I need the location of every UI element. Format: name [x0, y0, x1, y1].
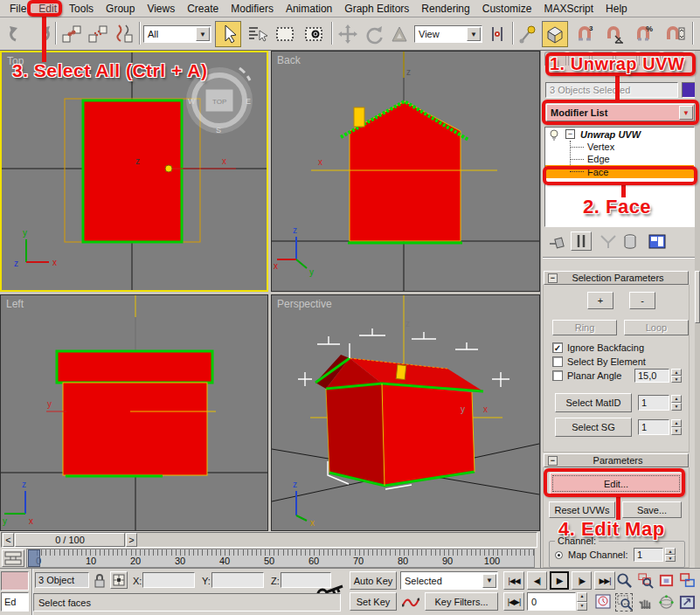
- snaps-toggle-button[interactable]: [542, 21, 568, 47]
- zoom-all-button[interactable]: [635, 570, 655, 591]
- menu-animation[interactable]: Animation: [280, 1, 338, 17]
- next-frame-button[interactable]: |▶: [572, 571, 592, 590]
- viewport-top[interactable]: Top z x TOP W E S: [0, 51, 268, 292]
- select-object-button[interactable]: [215, 21, 241, 47]
- menu-create[interactable]: Create: [181, 1, 225, 17]
- stack-row-unwrap[interactable]: − Unwrap UVW: [545, 128, 694, 141]
- menu-graph-editors[interactable]: Graph Editors: [338, 1, 415, 17]
- collapse-icon[interactable]: −: [565, 129, 575, 139]
- map-channel-radio[interactable]: [555, 551, 563, 559]
- menu-rendering[interactable]: Rendering: [415, 1, 475, 17]
- key-mode-dropdown[interactable]: Selected ▼: [400, 571, 498, 590]
- go-to-end-button[interactable]: ▶▶|: [594, 571, 615, 590]
- auto-key-button[interactable]: Auto Key: [350, 571, 397, 590]
- chevron-down-icon[interactable]: ▼: [196, 27, 210, 41]
- select-and-move-icon[interactable]: [336, 21, 360, 47]
- set-key-button[interactable]: Set Key: [350, 592, 397, 611]
- mini-listener-white[interactable]: Ed: [1, 592, 29, 612]
- region-zoom-button[interactable]: [614, 592, 634, 612]
- stack-modifier-name[interactable]: Unwrap UVW: [580, 129, 641, 140]
- stack-row-vertex[interactable]: Vertex: [545, 141, 694, 153]
- remove-modifier-icon[interactable]: [621, 233, 639, 251]
- select-and-rotate-icon[interactable]: [362, 21, 386, 47]
- menu-maxscript[interactable]: MAXScript: [537, 1, 600, 17]
- unlink-selection-icon[interactable]: [86, 21, 110, 47]
- prev-frame-arrow[interactable]: <: [3, 533, 14, 547]
- go-to-start-button[interactable]: |◀◀: [503, 571, 524, 590]
- key-mode-toggle-button[interactable]: |◀▶|: [503, 592, 524, 611]
- zoom-extents-all-button[interactable]: [677, 570, 697, 591]
- chevron-down-icon[interactable]: ▼: [467, 27, 481, 41]
- collapse-icon[interactable]: −: [548, 456, 558, 466]
- time-configuration-button[interactable]: [593, 592, 613, 611]
- select-sg-button[interactable]: Select SG: [555, 418, 632, 437]
- play-button[interactable]: ▶: [550, 571, 569, 590]
- track-bar-ruler[interactable]: 0 10 20 30 40 50 60 70 80 90 100: [26, 549, 535, 568]
- frame-spinner[interactable]: ▲▼: [577, 592, 587, 611]
- lightbulb-icon[interactable]: [548, 128, 560, 141]
- rollout-selection-parameters[interactable]: − Selection Parameters: [544, 271, 689, 285]
- show-end-result-button[interactable]: [571, 231, 592, 251]
- menu-views[interactable]: Views: [141, 1, 181, 17]
- matid-field[interactable]: 1: [638, 395, 669, 411]
- viewport-left-label[interactable]: Left: [6, 298, 24, 310]
- ignore-backfacing-checkbox[interactable]: ✓ Ignore Backfacing: [552, 342, 644, 353]
- select-matid-button[interactable]: Select MatID: [555, 393, 632, 412]
- mirror-button[interactable]: [486, 21, 509, 47]
- panel-scrollbar-thumb[interactable]: [695, 271, 700, 323]
- viewport-left[interactable]: Left y z y x: [0, 294, 268, 531]
- current-frame-field[interactable]: 0: [527, 592, 576, 611]
- rectangular-selection-region-button[interactable]: [273, 21, 297, 47]
- bind-to-space-warp-icon[interactable]: [112, 21, 136, 47]
- window-crossing-button[interactable]: [301, 21, 327, 47]
- viewport-back-label[interactable]: Back: [277, 54, 301, 66]
- rollout-parameters[interactable]: − Parameters: [544, 453, 689, 467]
- viewport-back[interactable]: Back x z z x y: [271, 51, 540, 292]
- selection-lock-toggle[interactable]: [93, 573, 107, 588]
- sg-field[interactable]: 1: [638, 419, 669, 435]
- reference-coordinate-dropdown[interactable]: View ▼: [414, 25, 482, 43]
- selection-filter-dropdown[interactable]: All ▼: [143, 25, 211, 43]
- object-name-field[interactable]: 3 Objects Selected: [545, 82, 678, 98]
- panel-scrollbar[interactable]: [695, 51, 700, 568]
- make-unique-icon[interactable]: [599, 234, 618, 250]
- reset-uvws-button[interactable]: Reset UVWs: [549, 501, 615, 518]
- absolute-offset-toggle[interactable]: [110, 571, 128, 589]
- zoom-extents-button[interactable]: [656, 570, 676, 591]
- arc-rotate-button[interactable]: [656, 592, 676, 612]
- maximize-viewport-toggle[interactable]: [677, 592, 697, 612]
- spinner-snap-icon[interactable]: [661, 21, 689, 47]
- menu-group[interactable]: Group: [100, 1, 141, 17]
- track-bar-frame-handle[interactable]: [28, 549, 40, 567]
- planar-angle-spinner[interactable]: ▲▼: [671, 369, 682, 383]
- x-coordinate-field[interactable]: [142, 572, 195, 588]
- select-and-scale-icon[interactable]: [388, 21, 411, 47]
- next-frame-arrow[interactable]: >: [126, 533, 137, 547]
- select-by-element-checkbox[interactable]: Select By Element: [552, 356, 646, 367]
- mini-listener-pink[interactable]: [1, 571, 29, 591]
- open-mini-curve-editor-button[interactable]: [2, 549, 24, 567]
- undo-icon[interactable]: [5, 21, 30, 47]
- shrink-selection-button[interactable]: -: [629, 292, 655, 309]
- planar-angle-field[interactable]: 15,0: [634, 369, 669, 383]
- configure-modifier-sets-icon[interactable]: [648, 233, 667, 251]
- menu-help[interactable]: Help: [600, 1, 634, 17]
- pin-stack-icon[interactable]: [548, 233, 567, 251]
- stack-row-edge[interactable]: Edge: [545, 153, 694, 165]
- map-channel-field[interactable]: 1: [634, 548, 663, 562]
- sg-spinner[interactable]: ▲▼: [671, 419, 682, 435]
- save-uvws-button[interactable]: Save...: [622, 501, 682, 518]
- key-filters-button[interactable]: Key Filters...: [425, 592, 498, 611]
- percent-snap-icon[interactable]: %: [631, 21, 657, 47]
- menu-modifiers[interactable]: Modifiers: [225, 1, 280, 17]
- angle-snap-icon[interactable]: [601, 21, 627, 47]
- default-in-out-tangents-button[interactable]: [400, 592, 421, 611]
- zoom-button[interactable]: [614, 570, 634, 591]
- menu-tools[interactable]: Tools: [63, 1, 100, 17]
- grow-selection-button[interactable]: +: [587, 292, 613, 309]
- loop-button[interactable]: Loop: [624, 320, 689, 335]
- select-by-name-button[interactable]: [245, 21, 269, 47]
- select-and-manipulate-icon[interactable]: [516, 21, 538, 47]
- chevron-down-icon[interactable]: ▼: [482, 574, 496, 588]
- menu-customize[interactable]: Customize: [476, 1, 538, 17]
